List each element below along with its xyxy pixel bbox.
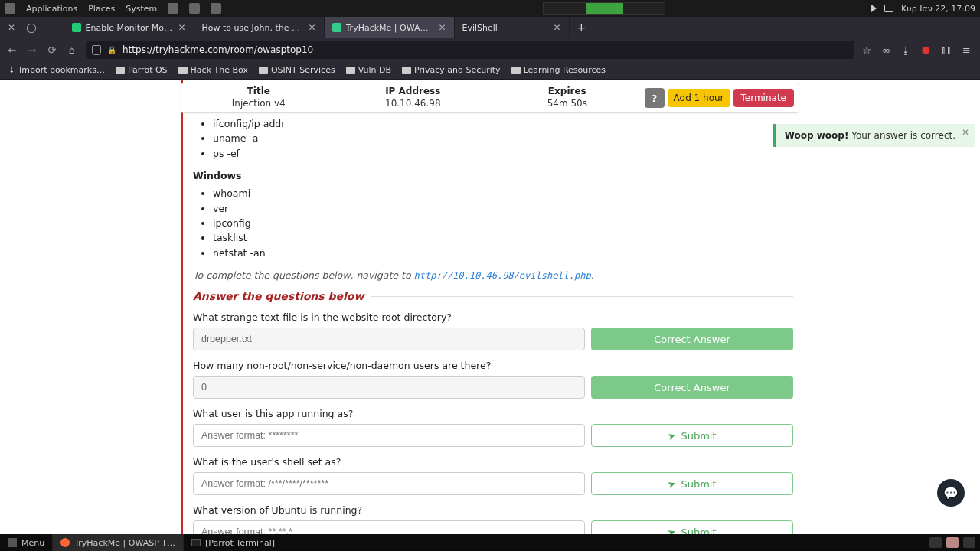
tray-app-icon[interactable] <box>211 3 221 14</box>
bm-parrot[interactable]: Parrot OS <box>116 65 168 75</box>
desktop-top-panel: Applications Places System Κυρ Ιαν 22, 1… <box>0 0 980 17</box>
toast-text: Your answer is correct. <box>848 130 956 141</box>
folder-icon <box>178 67 188 74</box>
window-min-icon[interactable]: — <box>47 22 57 33</box>
menu-places[interactable]: Places <box>88 4 115 14</box>
tab-monitor-mode[interactable]: Enable Monitor Mode in T…✕ <box>64 17 194 38</box>
question-text: How many non-root/non-service/non-daemon… <box>193 360 793 371</box>
chat-icon: 💬 <box>943 486 959 500</box>
folder-icon <box>116 67 125 74</box>
tray-item-icon[interactable] <box>946 537 959 548</box>
paper-plane-icon: ➤ <box>666 429 678 442</box>
linux-cmd-list: ifconfig/ip addr uname -a ps -ef <box>213 116 793 161</box>
answer-input[interactable] <box>193 376 585 399</box>
menu-system[interactable]: System <box>126 4 157 14</box>
folder-icon <box>402 67 411 74</box>
star-icon[interactable]: ☆ <box>862 44 871 56</box>
submit-button[interactable]: ➤Submit <box>591 520 793 534</box>
question-text: What user is this app running as? <box>193 408 793 419</box>
close-icon[interactable]: ✕ <box>438 22 446 33</box>
favicon-icon <box>72 23 81 32</box>
url-text: https://tryhackme.com/room/owasptop10 <box>122 44 313 55</box>
machine-card: TitleInjection v4 IP Address10.10.46.98 … <box>181 83 799 113</box>
forward-icon[interactable]: → <box>26 44 38 56</box>
bm-priv[interactable]: Privacy and Security <box>402 65 501 75</box>
bm-vuln[interactable]: Vuln DB <box>346 65 391 75</box>
back-icon[interactable]: ← <box>6 44 18 56</box>
machine-title-value: Injection v4 <box>181 98 336 110</box>
list-item: whoami <box>213 186 793 201</box>
tray-item-icon[interactable] <box>963 537 975 548</box>
tray-item-icon[interactable] <box>929 537 942 548</box>
answer-input[interactable] <box>193 472 585 495</box>
toast-title: Woop woop! <box>785 130 849 141</box>
display-icon[interactable] <box>884 5 893 12</box>
lock-icon[interactable]: 🔒 <box>107 46 116 54</box>
bm-learn[interactable]: Learning Resources <box>511 65 606 75</box>
correct-answer-button: Correct Answer <box>591 376 793 399</box>
close-icon[interactable]: ✕ <box>178 22 185 33</box>
answer-input[interactable] <box>193 328 585 350</box>
desktop-taskbar: Menu TryHackMe | OWASP T… [Parrot Termin… <box>0 534 980 551</box>
paper-plane-icon: ➤ <box>666 525 678 534</box>
start-menu-button[interactable]: Menu <box>0 538 52 548</box>
terminal-icon <box>191 539 201 546</box>
task-terminal[interactable]: [Parrot Terminal] <box>183 534 283 551</box>
bm-import[interactable]: ⭳Import bookmarks… <box>8 65 105 75</box>
firefox-icon <box>60 538 70 547</box>
windows-cmd-list: whoami ver ipconfig tasklist netstat -an <box>213 186 793 260</box>
tray-shield-icon[interactable] <box>189 3 200 14</box>
favicon-icon <box>332 23 341 32</box>
reload-icon[interactable]: ⟳ <box>46 44 58 56</box>
folder-icon <box>259 67 268 74</box>
tab-evilshell[interactable]: EvilShell✕ <box>455 17 570 38</box>
list-item: ifconfig/ip addr <box>213 116 793 131</box>
close-icon[interactable]: ✕ <box>962 127 969 138</box>
import-icon: ⭳ <box>8 65 16 75</box>
submit-button[interactable]: ➤Submit <box>591 472 793 495</box>
accent-rule <box>181 80 183 534</box>
submit-button[interactable]: ➤Submit <box>591 424 793 447</box>
question-text: What strange text file is in the website… <box>193 311 793 323</box>
answer-input[interactable] <box>193 520 585 534</box>
tab-john[interactable]: How to use John, the ripp…✕ <box>194 17 325 38</box>
bm-osint[interactable]: OSINT Services <box>259 65 335 75</box>
list-item: uname -a <box>213 131 793 145</box>
answer-section-header: Answer the questions below <box>193 290 793 302</box>
close-icon[interactable]: ✕ <box>553 22 560 33</box>
volume-icon[interactable] <box>871 5 877 12</box>
chat-fab[interactable]: 💬 <box>937 479 965 507</box>
menu-applications[interactable]: Applications <box>26 4 77 14</box>
shield-icon[interactable] <box>92 45 101 55</box>
extension-vpn-icon[interactable]: ∞ <box>882 44 890 56</box>
task-firefox[interactable]: TryHackMe | OWASP T… <box>52 534 183 551</box>
tray-globe-icon[interactable] <box>168 3 178 14</box>
windows-heading: Windows <box>193 170 793 181</box>
list-item: ipconfig <box>213 216 793 230</box>
clock[interactable]: Κυρ Ιαν 22, 17:09 <box>901 4 975 14</box>
help-button[interactable]: ? <box>645 88 665 108</box>
new-tab-button[interactable]: + <box>570 17 594 38</box>
menu-icon[interactable]: ≡ <box>962 44 971 56</box>
question-text: What version of Ubuntu is running? <box>193 504 793 516</box>
list-item: ps -ef <box>213 146 793 161</box>
add-hour-button[interactable]: Add 1 hour <box>668 89 730 107</box>
answer-input[interactable] <box>193 424 585 447</box>
home-icon[interactable]: ⌂ <box>66 44 78 56</box>
distro-icon <box>5 3 15 14</box>
browser-tab-bar: ✕ ◯ — Enable Monitor Mode in T…✕ How to … <box>0 17 980 38</box>
extension-icon[interactable]: ⬢ <box>922 44 930 56</box>
evilshell-link[interactable]: http://10.10.46.98/evilshell.php <box>414 270 591 281</box>
downloads-icon[interactable]: ⭳ <box>901 44 911 56</box>
terminate-button[interactable]: Terminate <box>733 89 794 107</box>
list-item: ver <box>213 201 793 216</box>
address-bar[interactable]: 🔒 https://tryhackme.com/room/owasptop10 <box>86 41 854 59</box>
library-icon[interactable]: ⫿⫿ <box>941 44 952 56</box>
tab-tryhackme[interactable]: TryHackMe | OWASP To…✕ <box>325 17 455 38</box>
list-item: netstat -an <box>213 246 793 260</box>
window-max-icon[interactable]: ◯ <box>26 22 36 33</box>
window-close-icon[interactable]: ✕ <box>8 22 15 33</box>
bm-htb[interactable]: Hack The Box <box>178 65 248 75</box>
close-icon[interactable]: ✕ <box>308 22 315 33</box>
machine-expires-value: 54m 50s <box>490 98 645 110</box>
